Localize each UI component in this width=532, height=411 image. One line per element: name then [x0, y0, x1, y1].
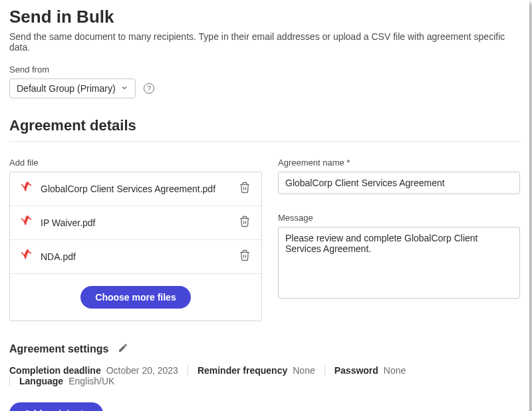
- pdf-icon: [18, 214, 33, 231]
- edit-settings-button[interactable]: [116, 341, 130, 357]
- chevron-down-icon: [120, 83, 128, 94]
- send-from-value: Default Group (Primary): [17, 83, 116, 94]
- add-recipients-button[interactable]: Add recipients: [9, 402, 103, 411]
- page-subtitle: Send the same document to many recipient…: [9, 31, 520, 53]
- setting-value: October 20, 2023: [106, 365, 178, 376]
- message-textarea[interactable]: [278, 227, 520, 299]
- add-file-label: Add file: [9, 158, 262, 168]
- pdf-icon: [18, 180, 33, 198]
- help-icon[interactable]: ?: [144, 83, 154, 94]
- file-name: IP Waiver.pdf: [41, 217, 228, 228]
- file-name: GlobalCorp Client Services Agreement.pdf: [41, 184, 228, 194]
- file-item: GlobalCorp Client Services Agreement.pdf: [10, 172, 261, 206]
- setting-value: None: [384, 365, 406, 376]
- delete-file-button[interactable]: [236, 179, 253, 199]
- file-item: NDA.pdf: [10, 240, 261, 274]
- choose-more-files-button[interactable]: Choose more files: [80, 286, 190, 309]
- delete-file-button[interactable]: [236, 213, 253, 233]
- page-title: Send in Bulk: [9, 7, 520, 27]
- send-from-label: Send from: [9, 65, 520, 74]
- settings-summary: Completion deadline October 20, 2023 Rem…: [9, 365, 520, 386]
- setting-label: Language: [19, 376, 63, 386]
- send-from-select[interactable]: Default Group (Primary): [9, 78, 136, 98]
- setting-label: Completion deadline: [9, 365, 101, 376]
- file-name: NDA.pdf: [41, 251, 228, 262]
- agreement-name-label: Agreement name *: [278, 158, 520, 168]
- message-label: Message: [278, 213, 520, 223]
- setting-value: None: [293, 365, 315, 376]
- setting-label: Reminder frequency: [198, 365, 287, 376]
- agreement-settings-title: Agreement settings: [9, 343, 108, 355]
- agreement-name-input[interactable]: [278, 172, 520, 194]
- setting-value: English/UK: [68, 376, 114, 386]
- file-list: GlobalCorp Client Services Agreement.pdf…: [9, 172, 262, 321]
- file-item: IP Waiver.pdf: [10, 206, 261, 240]
- pdf-icon: [18, 248, 33, 265]
- delete-file-button[interactable]: [236, 247, 253, 267]
- setting-label: Password: [334, 365, 378, 376]
- agreement-details-title: Agreement details: [9, 117, 520, 134]
- divider: [9, 141, 520, 142]
